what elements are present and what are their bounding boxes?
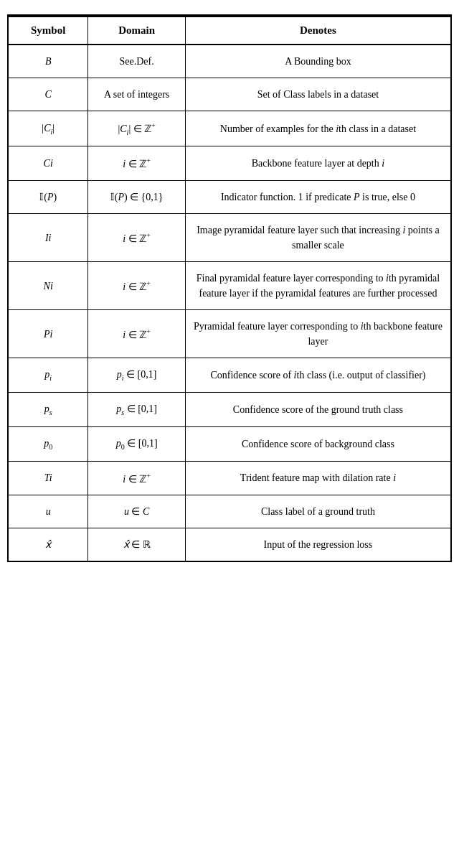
cell-denotes: Final pyramidal feature layer correspond… (185, 262, 450, 310)
cell-symbol: Ii (9, 214, 88, 262)
cell-domain: i ∈ ℤ+ (88, 146, 186, 181)
cell-domain: 𝕀(P) ∈ {0,1} (88, 181, 186, 214)
cell-domain: ps ∈ [0,1] (88, 392, 186, 426)
cell-symbol: |Ci| (9, 111, 88, 146)
cell-domain: |Ci| ∈ ℤ+ (88, 111, 186, 146)
cell-denotes: Pyramidal feature layer corresponding to… (185, 310, 450, 358)
cell-domain: u ∈ C (88, 495, 186, 528)
cell-denotes: Number of examples for the ith class in … (185, 111, 450, 146)
cell-symbol: Ci (9, 146, 88, 181)
notation-table: Symbol Domain Denotes BSee.Def.A Boundin… (7, 14, 452, 562)
cell-symbol: p0 (9, 426, 88, 461)
cell-symbol: Pi (9, 310, 88, 358)
table-row: p0p0 ∈ [0,1]Confidence score of backgrou… (9, 426, 450, 461)
cell-domain: i ∈ ℤ+ (88, 310, 186, 358)
cell-domain: i ∈ ℤ+ (88, 262, 186, 310)
cell-domain: i ∈ ℤ+ (88, 461, 186, 495)
cell-domain: x̂ ∈ ℝ (88, 528, 186, 561)
cell-symbol: B (9, 45, 88, 78)
cell-symbol: Ti (9, 461, 88, 495)
table-row: Cii ∈ ℤ+Backbone feature layer at depth … (9, 146, 450, 181)
cell-domain: i ∈ ℤ+ (88, 214, 186, 262)
header-domain: Domain (88, 17, 186, 45)
cell-denotes: Trident feature map with dilation rate i (185, 461, 450, 495)
cell-symbol: Ni (9, 262, 88, 310)
cell-symbol: u (9, 495, 88, 528)
cell-denotes: A Bounding box (185, 45, 450, 78)
table-row: |Ci||Ci| ∈ ℤ+Number of examples for the … (9, 111, 450, 146)
header-denotes: Denotes (185, 17, 450, 45)
cell-denotes: Confidence score of ith class (i.e. outp… (185, 358, 450, 393)
cell-symbol: 𝕀(P) (9, 181, 88, 214)
cell-symbol: C (9, 78, 88, 111)
cell-denotes: Confidence score of the ground truth cla… (185, 392, 450, 426)
table-row: psps ∈ [0,1]Confidence score of the grou… (9, 392, 450, 426)
cell-denotes: Set of Class labels in a dataset (185, 78, 450, 111)
cell-denotes: Input of the regression loss (185, 528, 450, 561)
cell-symbol: ps (9, 392, 88, 426)
cell-denotes: Confidence score of background class (185, 426, 450, 461)
cell-domain: p0 ∈ [0,1] (88, 426, 186, 461)
cell-denotes: Backbone feature layer at depth i (185, 146, 450, 181)
table-row: x̂x̂ ∈ ℝInput of the regression loss (9, 528, 450, 561)
table-row: pipi ∈ [0,1]Confidence score of ith clas… (9, 358, 450, 393)
header-symbol: Symbol (9, 17, 88, 45)
cell-denotes: Class label of a ground truth (185, 495, 450, 528)
cell-domain: See.Def. (88, 45, 186, 78)
cell-denotes: Indicator function. 1 if predicate P is … (185, 181, 450, 214)
table-row: Iii ∈ ℤ+Image pyramidal feature layer su… (9, 214, 450, 262)
table-row: Pii ∈ ℤ+Pyramidal feature layer correspo… (9, 310, 450, 358)
table-row: CA set of integersSet of Class labels in… (9, 78, 450, 111)
table-row: BSee.Def.A Bounding box (9, 45, 450, 78)
cell-denotes: Image pyramidal feature layer such that … (185, 214, 450, 262)
cell-domain: A set of integers (88, 78, 186, 111)
table-row: Nii ∈ ℤ+Final pyramidal feature layer co… (9, 262, 450, 310)
table-row: uu ∈ CClass label of a ground truth (9, 495, 450, 528)
cell-symbol: pi (9, 358, 88, 393)
cell-symbol: x̂ (9, 528, 88, 561)
table-row: 𝕀(P)𝕀(P) ∈ {0,1}Indicator function. 1 if… (9, 181, 450, 214)
table-row: Tii ∈ ℤ+Trident feature map with dilatio… (9, 461, 450, 495)
cell-domain: pi ∈ [0,1] (88, 358, 186, 393)
